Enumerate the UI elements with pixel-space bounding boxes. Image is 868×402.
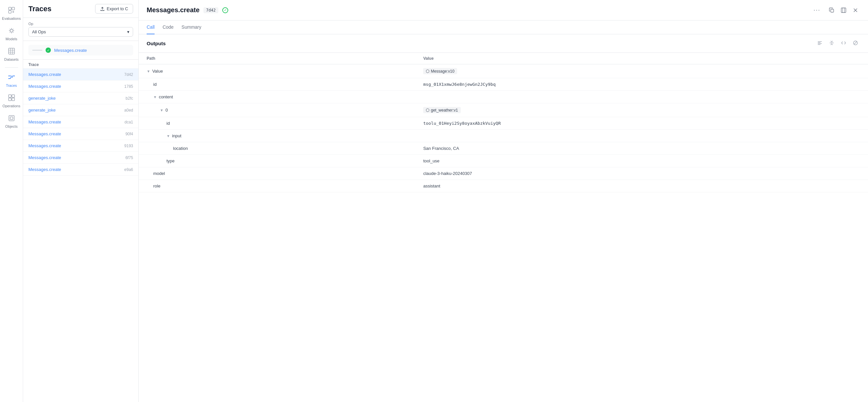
value-text: San Francisco, CA [423, 146, 459, 151]
expand-button[interactable] [839, 6, 848, 15]
objects-icon [8, 114, 15, 124]
outputs-tools [815, 39, 860, 48]
traces-panel: Traces Export to C Op All Ops ▾ Messages… [23, 0, 139, 402]
table-row: ▼Value ⬡Message:v10 [139, 64, 868, 78]
trace-item-id: 9193 [124, 143, 133, 148]
path-cell: id [139, 117, 415, 130]
value-text: tool_use [423, 159, 439, 163]
tab-code[interactable]: Code [162, 21, 174, 34]
tab-summary[interactable]: Summary [182, 21, 202, 34]
trace-list-item[interactable]: generate_joke a0ed [23, 104, 138, 116]
export-btn-label: Export to C [107, 6, 128, 11]
sidebar-item-objects[interactable]: Objects [2, 112, 22, 131]
trace-list-item[interactable]: Messages.create 9193 [23, 140, 138, 152]
path-column-header: Path [139, 53, 415, 64]
detail-title: Messages.create [147, 6, 199, 14]
detail-header: Messages.create 7d42 ··· [139, 0, 868, 21]
output-table: Path Value ▼Value ⬡Message:v10 id msg_01… [139, 53, 868, 193]
models-icon [8, 27, 15, 36]
value-cell: toolu_01Heyi2Sy8oyaxAbzkVuiyQR [415, 117, 868, 130]
trace-list-item[interactable]: Messages.create 7d42 [23, 69, 138, 80]
trace-list-item[interactable]: Messages.create 6f75 [23, 152, 138, 164]
svg-rect-6 [8, 48, 14, 54]
more-options-button[interactable]: ··· [811, 5, 823, 15]
sidebar-item-models[interactable]: Models [2, 25, 22, 43]
trace-item-id: e9a6 [124, 167, 133, 172]
value-cell: tool_use [415, 155, 868, 167]
trace-list-item[interactable]: Messages.create 1785 [23, 80, 138, 92]
evaluations-icon [8, 7, 15, 15]
window-buttons [827, 6, 860, 15]
filter-label: Op [28, 22, 133, 26]
trace-list-item[interactable]: Messages.create 90f4 [23, 128, 138, 140]
path-cell: model [139, 167, 415, 180]
trace-list-item[interactable]: Messages.create e9a6 [23, 164, 138, 176]
sidebar-item-traces[interactable]: Traces [2, 71, 22, 90]
path-cell: location [139, 142, 415, 155]
disable-button[interactable] [851, 39, 860, 48]
timeline-item-name: Messages.create [54, 48, 87, 53]
trace-item-name: generate_joke [28, 96, 56, 101]
timeline-selected-item[interactable]: Messages.create [28, 45, 133, 56]
export-button[interactable]: Export to C [95, 4, 133, 13]
value-text: assistant [423, 183, 440, 189]
trace-item-id: 90f4 [125, 132, 133, 136]
trace-list-item[interactable]: Messages.create dca1 [23, 116, 138, 128]
svg-rect-20 [831, 9, 834, 12]
page-title: Traces [28, 5, 90, 13]
tab-call[interactable]: Call [147, 21, 155, 34]
svg-rect-19 [10, 117, 13, 120]
svg-point-11 [8, 75, 9, 76]
detail-panel: Messages.create 7d42 ··· [139, 0, 868, 402]
trace-item-name: Messages.create [28, 120, 61, 125]
trace-item-name: Messages.create [28, 155, 61, 160]
value-cell: assistant [415, 180, 868, 193]
svg-rect-15 [12, 95, 14, 97]
svg-rect-1 [12, 7, 14, 10]
detail-badge: 7d42 [204, 7, 218, 13]
svg-point-12 [13, 75, 14, 76]
sidebar-item-datasets-label: Datasets [4, 58, 19, 61]
chevron-down-icon: ▾ [127, 29, 129, 34]
trace-item-name: Messages.create [28, 84, 61, 89]
trace-list: Trace Messages.create 7d42 Messages.crea… [23, 60, 138, 402]
collapse-icon [829, 40, 834, 45]
value-cell [415, 91, 868, 103]
value-cell: claude-3-haiku-20240307 [415, 167, 868, 180]
timeline-panel: Messages.create [23, 41, 138, 60]
copy-icon [829, 8, 834, 13]
op-filter-select[interactable]: All Ops ▾ [28, 27, 133, 37]
value-cell: msg_01X1xmwJ6e8njewGn2JCy9bq [415, 78, 868, 91]
table-row: model claude-3-haiku-20240307 [139, 167, 868, 180]
sidebar-item-datasets[interactable]: Datasets [2, 45, 22, 64]
status-success-icon [45, 47, 51, 53]
timeline-line [32, 50, 42, 51]
trace-item-name: Messages.create [28, 143, 61, 148]
path-cell: type [139, 155, 415, 167]
code-view-button[interactable] [839, 39, 848, 48]
trace-item-id: 7d42 [124, 72, 133, 77]
filter-row: Op All Ops ▾ [23, 18, 138, 41]
svg-rect-18 [9, 115, 14, 121]
align-left-button[interactable] [815, 39, 825, 48]
chevron-icon: ▼ [160, 108, 163, 112]
sidebar-item-evaluations[interactable]: Evaluations [2, 4, 22, 23]
close-button[interactable] [851, 6, 860, 15]
close-icon [853, 8, 858, 13]
svg-line-28 [854, 42, 857, 44]
traces-header: Traces Export to C [23, 0, 138, 18]
svg-rect-0 [8, 7, 11, 10]
sidebar-item-operations[interactable]: Operations [2, 92, 22, 110]
table-row: id toolu_01Heyi2Sy8oyaxAbzkVuiyQR [139, 117, 868, 130]
copy-window-button[interactable] [827, 6, 836, 15]
svg-point-13 [8, 78, 9, 79]
trace-list-item[interactable]: generate_joke b2fc [23, 92, 138, 104]
value-cell: San Francisco, CA [415, 142, 868, 155]
sidebar-item-traces-label: Traces [6, 83, 17, 88]
datasets-icon [8, 47, 15, 57]
sidebar-item-objects-label: Objects [5, 125, 18, 128]
sidebar: Evaluations Models [0, 0, 23, 402]
collapse-button[interactable] [827, 39, 836, 48]
chevron-icon: ▼ [147, 69, 150, 73]
sidebar-divider [5, 67, 18, 68]
